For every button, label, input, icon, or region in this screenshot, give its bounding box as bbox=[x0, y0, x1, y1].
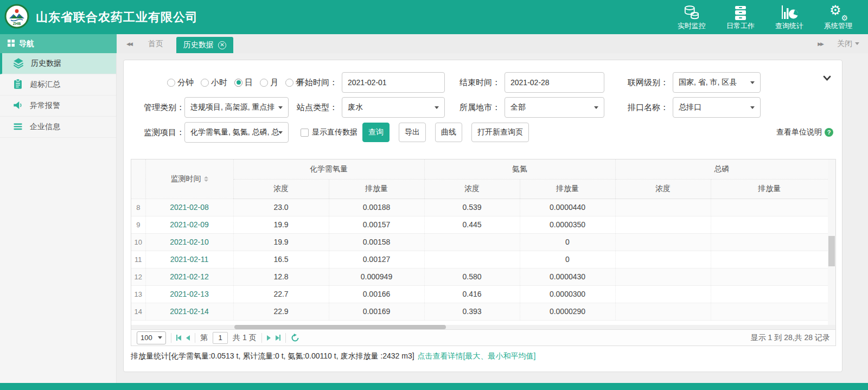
date-link[interactable]: 2021-02-13 bbox=[145, 285, 233, 303]
refresh-icon[interactable] bbox=[291, 334, 299, 342]
company-logo-icon: ZHB bbox=[4, 4, 29, 31]
ammonia-conc bbox=[424, 233, 520, 251]
radio-label: 月 bbox=[270, 78, 278, 88]
date-link[interactable]: 2021-02-14 bbox=[145, 303, 233, 320]
ammonia-emission: 0.0000430 bbox=[520, 268, 615, 285]
table-row: 12 2021-02-12 12.8 0.000949 0.580 0.0000… bbox=[131, 268, 828, 285]
phosphorus-emission bbox=[711, 268, 828, 285]
sidebar-item-abnormal-alarm[interactable]: 异常报警 bbox=[0, 95, 116, 117]
mgmt-type-select[interactable]: 违规项目, 高架源, 重点排 bbox=[184, 97, 289, 118]
outlet-select[interactable]: 总排口 bbox=[673, 97, 761, 118]
query-button[interactable]: 查询 bbox=[362, 123, 390, 142]
stats-detail-link[interactable]: 点击查看详情[最大、最小和平均值] bbox=[418, 351, 536, 361]
ammonia-conc: 0.393 bbox=[424, 303, 520, 320]
nav-daily-work[interactable]: 日常工作 bbox=[723, 4, 758, 31]
nav-item-label: 系统管理 bbox=[824, 21, 852, 31]
date-link[interactable]: 2021-02-08 bbox=[145, 199, 233, 216]
vertical-scrollbar-thumb[interactable] bbox=[828, 236, 835, 266]
radio-month[interactable]: 月 bbox=[260, 78, 278, 88]
radio-hour[interactable]: 小时 bbox=[201, 78, 227, 88]
ammonia-conc: 0.445 bbox=[424, 216, 520, 233]
site-type-select[interactable]: 废水 bbox=[342, 97, 445, 118]
monitor-item-label: 监测项目： bbox=[137, 127, 184, 138]
checkbox-label: 显示直传数据 bbox=[312, 127, 358, 137]
horizontal-scrollbar bbox=[131, 325, 835, 329]
tabs-scroll-right-icon[interactable]: ▶▶ bbox=[814, 41, 826, 47]
row-number: 12 bbox=[131, 268, 145, 285]
chart-icon bbox=[781, 4, 798, 20]
radio-minute[interactable]: 分钟 bbox=[167, 78, 194, 88]
radio-icon bbox=[260, 79, 268, 87]
close-menu-button[interactable]: 关闭 bbox=[837, 39, 859, 49]
tabs-scroll-left-icon[interactable]: ◀◀ bbox=[123, 41, 135, 47]
sidebar-item-history-data[interactable]: 历史数据 bbox=[0, 53, 116, 74]
start-time-input[interactable] bbox=[348, 78, 432, 87]
group-header-cod: 化学需氧量 bbox=[233, 159, 424, 179]
tab-close-icon[interactable]: ✕ bbox=[218, 41, 226, 49]
sidebar-item-company-info[interactable]: 企业信息 bbox=[0, 117, 116, 138]
table-row: 14 2021-02-14 22.9 0.00169 0.393 0.00002… bbox=[131, 303, 828, 320]
sort-icon[interactable] bbox=[204, 176, 208, 182]
city-select[interactable]: 全部 bbox=[505, 97, 604, 118]
export-button[interactable]: 导出 bbox=[399, 123, 426, 142]
mgmt-type-label: 管理类别： bbox=[137, 103, 184, 113]
date-link[interactable]: 2021-02-09 bbox=[145, 216, 233, 233]
monitor-time-header[interactable]: 监测时间 bbox=[145, 159, 233, 199]
radio-icon bbox=[234, 79, 242, 87]
page-number-input[interactable] bbox=[213, 332, 228, 344]
tab-home[interactable]: 首页 bbox=[135, 39, 176, 49]
curve-button[interactable]: 曲线 bbox=[435, 123, 462, 142]
sidebar-item-label: 异常报警 bbox=[30, 101, 60, 111]
phosphorus-conc bbox=[615, 285, 711, 303]
main-content: 分钟 小时 日 月 年 开始时间： 结束时间： 联网级别： 国家, 省, 市, … bbox=[117, 53, 868, 383]
tab-label: 历史数据 bbox=[183, 40, 214, 50]
direct-data-checkbox[interactable]: 显示直传数据 bbox=[301, 127, 358, 137]
unit-help-label: 查看单位说明 bbox=[776, 127, 822, 137]
horizontal-scrollbar-thumb[interactable] bbox=[234, 325, 446, 329]
page-size-select[interactable]: 100 bbox=[137, 331, 166, 344]
svg-text:ZHB: ZHB bbox=[13, 22, 21, 25]
cod-emission: 0.00127 bbox=[329, 251, 424, 268]
date-link[interactable]: 2021-02-12 bbox=[145, 268, 233, 285]
unit-help-link[interactable]: 查看单位说明 ? bbox=[776, 127, 833, 137]
open-new-query-button[interactable]: 打开新查询页 bbox=[471, 123, 529, 142]
end-time-input[interactable] bbox=[510, 78, 592, 87]
sidebar-item-exceed-summary[interactable]: 超标汇总 bbox=[0, 74, 116, 95]
ammonia-emission: 0.0000300 bbox=[520, 285, 615, 303]
caret-down-icon bbox=[278, 131, 283, 134]
network-level-select[interactable]: 国家, 省, 市, 区县 bbox=[673, 72, 761, 93]
caret-down-icon bbox=[158, 336, 162, 339]
subheader-conc: 浓度 bbox=[615, 179, 711, 199]
tab-history-data[interactable]: 历史数据 ✕ bbox=[176, 37, 233, 53]
row-number-header bbox=[131, 159, 145, 199]
nav-realtime-monitor[interactable]: 实时监控 bbox=[674, 4, 710, 31]
cod-emission: 0.00166 bbox=[329, 285, 424, 303]
cod-emission: 0.00157 bbox=[329, 216, 424, 233]
row-number: 11 bbox=[131, 251, 145, 268]
caret-down-icon bbox=[278, 106, 283, 109]
first-page-button[interactable] bbox=[176, 335, 181, 341]
phosphorus-emission bbox=[711, 303, 828, 320]
caret-down-icon bbox=[855, 42, 859, 45]
select-value: 国家, 省, 市, 区县 bbox=[679, 78, 737, 87]
prev-page-button[interactable] bbox=[186, 335, 190, 341]
cod-emission: 0.00169 bbox=[329, 303, 424, 320]
drawers-icon bbox=[733, 4, 748, 20]
close-menu-label: 关闭 bbox=[837, 39, 852, 49]
nav-query-statistics[interactable]: 查询统计 bbox=[771, 4, 807, 31]
filter-row-1: 分钟 小时 日 月 年 开始时间： 结束时间： 联网级别： 国家, 省, 市, … bbox=[124, 70, 842, 95]
row-number: 14 bbox=[131, 303, 145, 320]
date-link[interactable]: 2021-02-10 bbox=[145, 233, 233, 251]
phosphorus-emission bbox=[711, 251, 828, 268]
date-link[interactable]: 2021-02-11 bbox=[145, 251, 233, 268]
last-page-button[interactable] bbox=[276, 335, 280, 341]
cod-conc: 16.5 bbox=[233, 251, 329, 268]
monitor-item-select[interactable]: 化学需氧量, 氨氮, 总磷, 总 bbox=[184, 122, 289, 143]
radio-day[interactable]: 日 bbox=[234, 78, 253, 88]
radio-label: 小时 bbox=[211, 78, 227, 88]
nav-system-management[interactable]: ⚙⚙ 系统管理 bbox=[820, 4, 856, 31]
next-page-button[interactable] bbox=[267, 335, 271, 341]
table-row: 8 2021-02-08 23.0 0.00188 0.539 0.000044… bbox=[131, 199, 828, 216]
layers-icon bbox=[12, 57, 24, 71]
sidebar-header: 导航 bbox=[0, 34, 117, 53]
